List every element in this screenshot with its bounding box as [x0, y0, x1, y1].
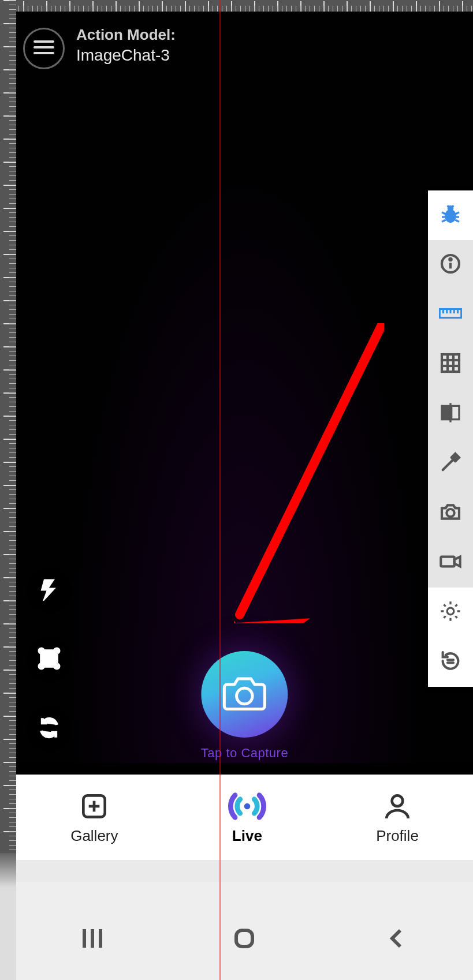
svg-rect-33: [442, 406, 449, 419]
svg-point-5: [55, 649, 59, 653]
svg-line-16: [455, 220, 459, 222]
compare-icon: [439, 401, 462, 427]
crop-icon: [38, 647, 61, 672]
svg-point-45: [392, 795, 403, 806]
svg-line-18: [452, 205, 453, 207]
svg-line-15: [442, 220, 446, 222]
debug-grid-button[interactable]: [428, 339, 473, 389]
svg-rect-37: [441, 557, 454, 567]
switch-camera-icon: [38, 716, 61, 742]
svg-line-11: [442, 212, 446, 214]
svg-point-21: [449, 259, 451, 260]
debug-compare-button[interactable]: [428, 389, 473, 439]
nav-live-label: Live: [227, 827, 267, 845]
svg-line-17: [448, 205, 449, 207]
camera-side-controls: [27, 568, 72, 751]
system-back-button[interactable]: [383, 925, 411, 955]
capture-button[interactable]: [202, 651, 288, 738]
svg-point-4: [39, 649, 43, 653]
action-model-name: ImageChat-3: [76, 46, 176, 65]
flash-button[interactable]: [27, 568, 72, 613]
eyedropper-icon: [439, 451, 462, 476]
back-icon: [383, 944, 411, 954]
bottom-nav-bar: Gallery Live Profile: [16, 775, 473, 860]
crop-button[interactable]: [27, 637, 72, 682]
switch-camera-button[interactable]: [27, 706, 72, 751]
debug-info-button[interactable]: [428, 240, 473, 290]
bug-icon: [439, 203, 462, 228]
photo-icon: [439, 500, 462, 526]
debug-restart-button[interactable]: [428, 637, 473, 687]
svg-point-6: [39, 664, 43, 668]
nav-live[interactable]: Live: [227, 790, 267, 845]
ruler-top-overlay: [0, 0, 473, 12]
restart-icon: [439, 649, 462, 675]
plus-box-icon: [70, 790, 118, 822]
person-icon: [376, 790, 419, 822]
system-home-button[interactable]: [230, 925, 258, 955]
settings-icon: [439, 600, 462, 625]
debug-video-button[interactable]: [428, 538, 473, 588]
recents-icon: [79, 944, 106, 954]
svg-rect-28: [442, 354, 459, 372]
svg-rect-49: [236, 930, 252, 947]
broadcast-icon: [227, 790, 267, 822]
system-nav-bar: [16, 882, 473, 980]
capture-area: Tap to Capture: [201, 651, 288, 761]
menu-icon: [33, 39, 54, 58]
action-model-label: Action Model: ImageChat-3: [76, 26, 176, 65]
system-recents-button[interactable]: [79, 925, 106, 955]
grid-icon: [439, 351, 462, 377]
debug-photo-button[interactable]: [428, 488, 473, 538]
debug-ruler-button[interactable]: [428, 290, 473, 339]
home-icon: [230, 944, 258, 954]
info-icon: [439, 252, 462, 278]
app-viewport: Action Model: ImageChat-3: [16, 12, 473, 980]
camera-icon: [222, 670, 268, 719]
svg-line-12: [455, 212, 459, 214]
svg-point-36: [446, 509, 454, 517]
debug-eyedropper-button[interactable]: [428, 439, 473, 488]
capture-label: Tap to Capture: [201, 746, 288, 761]
nav-profile[interactable]: Profile: [376, 790, 419, 845]
debug-settings-button[interactable]: [428, 588, 473, 637]
action-model-title: Action Model:: [76, 26, 176, 44]
nav-gap: [16, 860, 473, 882]
ruler-left-overlay: [0, 0, 16, 853]
debug-bug-button[interactable]: [428, 190, 473, 240]
debug-toolbar: [428, 190, 473, 687]
svg-point-7: [55, 664, 59, 668]
ruler-icon: [439, 302, 462, 327]
svg-point-8: [237, 688, 253, 704]
nav-gallery[interactable]: Gallery: [70, 790, 118, 845]
svg-point-44: [244, 803, 251, 809]
video-icon: [439, 550, 462, 575]
menu-button[interactable]: [23, 28, 65, 69]
nav-gallery-label: Gallery: [70, 827, 118, 845]
flash-icon: [38, 578, 61, 603]
nav-profile-label: Profile: [376, 827, 419, 845]
camera-preview-area: Action Model: ImageChat-3: [16, 12, 473, 763]
svg-point-38: [447, 608, 454, 615]
svg-rect-34: [452, 406, 459, 419]
